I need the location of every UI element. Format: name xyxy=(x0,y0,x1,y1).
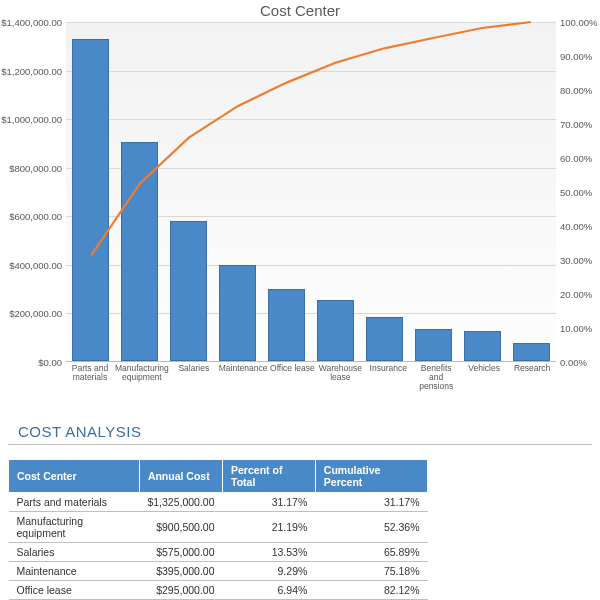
cell: Office lease xyxy=(9,581,140,600)
cell: Parts and materials xyxy=(9,493,140,512)
cell: $575,000.00 xyxy=(139,543,222,562)
y-left-tick: $1,000,000.00 xyxy=(0,114,62,125)
table-row: Salaries$575,000.0013.53%65.89% xyxy=(9,543,428,562)
cell: 82.12% xyxy=(315,581,427,600)
y-left-tick: $200,000.00 xyxy=(0,308,62,319)
x-tick-label: Insurance xyxy=(364,364,412,391)
cell: Salaries xyxy=(9,543,140,562)
cell: $295,000.00 xyxy=(139,581,222,600)
x-tick-label: Benefits and pensions xyxy=(412,364,460,391)
y-right-tick: 30.00% xyxy=(560,255,600,266)
x-tick-label: Office lease xyxy=(268,364,316,391)
y-right-tick: 10.00% xyxy=(560,323,600,334)
y-axis-right-labels: 0.00%10.00%20.00%30.00%40.00%50.00%60.00… xyxy=(560,22,600,362)
y-right-tick: 40.00% xyxy=(560,221,600,232)
table-row: Manufacturing equipment$900,500.0021.19%… xyxy=(9,512,428,543)
cell: $1,325,000.00 xyxy=(139,493,222,512)
y-left-tick: $1,400,000.00 xyxy=(0,17,62,28)
y-axis-left-labels: $0.00$200,000.00$400,000.00$600,000.00$8… xyxy=(0,22,62,362)
x-tick-label: Salaries xyxy=(170,364,218,391)
x-tick-label: Maintenance xyxy=(218,364,269,391)
cell: 9.29% xyxy=(223,562,316,581)
y-right-tick: 70.00% xyxy=(560,119,600,130)
x-axis-labels: Parts and materialsManufacturing equipme… xyxy=(66,364,556,391)
table-row: Office lease$295,000.006.94%82.12% xyxy=(9,581,428,600)
pareto-chart: Cost Center $0.00$200,000.00$400,000.00$… xyxy=(0,0,600,395)
y-left-tick: $600,000.00 xyxy=(0,211,62,222)
cumulative-line xyxy=(66,22,556,361)
y-right-tick: 60.00% xyxy=(560,153,600,164)
x-tick-label: Parts and materials xyxy=(66,364,114,391)
plot-area xyxy=(66,22,556,362)
cell: 13.53% xyxy=(223,543,316,562)
y-right-tick: 0.00% xyxy=(560,357,600,368)
cell: 31.17% xyxy=(315,493,427,512)
section-title: COST ANALYSIS xyxy=(8,395,592,445)
table-header-row: Cost CenterAnnual CostPercent of TotalCu… xyxy=(9,460,428,493)
y-left-tick: $1,200,000.00 xyxy=(0,65,62,76)
cell: 65.89% xyxy=(315,543,427,562)
column-header: Percent of Total xyxy=(223,460,316,493)
y-right-tick: 20.00% xyxy=(560,289,600,300)
y-right-tick: 100.00% xyxy=(560,17,600,28)
column-header: Cost Center xyxy=(9,460,140,493)
y-right-tick: 80.00% xyxy=(560,85,600,96)
table-row: Parts and materials$1,325,000.0031.17%31… xyxy=(9,493,428,512)
cost-analysis-table: Cost CenterAnnual CostPercent of TotalCu… xyxy=(8,459,428,600)
x-tick-label: Vehicles xyxy=(460,364,508,391)
y-left-tick: $800,000.00 xyxy=(0,162,62,173)
x-tick-label: Research xyxy=(508,364,556,391)
cell: Manufacturing equipment xyxy=(9,512,140,543)
cell: 75.18% xyxy=(315,562,427,581)
y-left-tick: $400,000.00 xyxy=(0,259,62,270)
cell: $395,000.00 xyxy=(139,562,222,581)
x-tick-label: Warehouse lease xyxy=(316,364,364,391)
y-right-tick: 50.00% xyxy=(560,187,600,198)
y-right-tick: 90.00% xyxy=(560,51,600,62)
cell: 21.19% xyxy=(223,512,316,543)
column-header: Annual Cost xyxy=(139,460,222,493)
column-header: Cumulative Percent xyxy=(315,460,427,493)
cell: 31.17% xyxy=(223,493,316,512)
table-row: Maintenance$395,000.009.29%75.18% xyxy=(9,562,428,581)
cell: 52.36% xyxy=(315,512,427,543)
cell: $900,500.00 xyxy=(139,512,222,543)
x-tick-label: Manufacturing equipment xyxy=(114,364,170,391)
y-left-tick: $0.00 xyxy=(0,357,62,368)
cell: Maintenance xyxy=(9,562,140,581)
cell: 6.94% xyxy=(223,581,316,600)
